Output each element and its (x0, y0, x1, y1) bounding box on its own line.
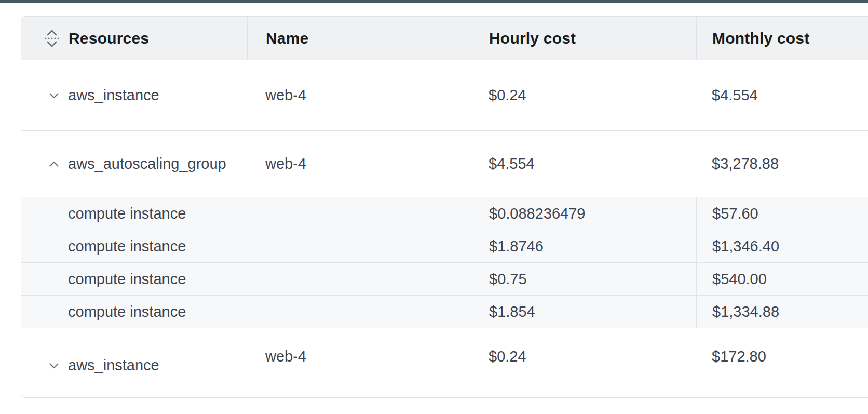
resource-type-label: aws_autoscaling_group (68, 155, 226, 172)
expand-row-button[interactable] (46, 357, 62, 374)
cost-component-row: compute instance $0.75 $540.00 (21, 262, 868, 295)
table-header-row: Resources Name Hourly cost Monthly cost (21, 17, 868, 60)
expand-row-button[interactable] (46, 87, 62, 104)
name-cell: web-4 (247, 155, 472, 172)
column-header-resources[interactable]: Resources (21, 17, 247, 60)
name-cell: web-4 (247, 348, 472, 365)
monthly-cost-cell: $1,334.88 (696, 296, 868, 328)
monthly-cost-cell: $4.554 (696, 87, 868, 104)
column-header-name: Name (247, 17, 472, 60)
hourly-cost-cell: $4.554 (472, 155, 696, 172)
cost-component-row: compute instance $0.088236479 $57.60 (21, 197, 868, 230)
column-header-label: Hourly cost (489, 30, 576, 47)
table-row-aws-instance[interactable]: aws_instance web-4 $0.24 $172.80 (21, 328, 868, 397)
column-header-label: Monthly cost (712, 30, 809, 47)
cost-component-label: compute instance (21, 197, 472, 230)
name-cell: web-4 (247, 87, 472, 104)
hourly-cost-cell: $0.088236479 (472, 197, 696, 230)
column-header-label: Name (266, 30, 309, 47)
hourly-cost-cell: $1.8746 (472, 230, 696, 262)
hourly-cost-cell: $1.854 (472, 296, 696, 328)
hourly-cost-cell: $0.24 (472, 87, 696, 104)
resource-cell: aws_autoscaling_group (21, 155, 247, 172)
column-header-monthly-cost: Monthly cost (696, 17, 868, 60)
sort-reorder-icon[interactable] (43, 27, 61, 50)
resource-cell: aws_instance (21, 357, 247, 374)
cost-component-row: compute instance $1.8746 $1,346.40 (21, 230, 868, 262)
resource-cell: aws_instance (21, 87, 247, 104)
chevron-down-icon (46, 87, 62, 104)
column-header-label: Resources (69, 30, 149, 47)
chevron-down-icon (46, 357, 62, 374)
table-row-aws-instance[interactable]: aws_instance web-4 $0.24 $4.554 (21, 60, 868, 131)
monthly-cost-cell: $172.80 (696, 348, 868, 365)
column-header-hourly-cost: Hourly cost (472, 17, 696, 60)
monthly-cost-cell: $3,278.88 (696, 155, 868, 172)
monthly-cost-cell: $1,346.40 (696, 230, 868, 262)
monthly-cost-cell: $540.00 (696, 263, 868, 295)
resource-type-label: aws_instance (68, 357, 159, 374)
cost-component-label: compute instance (21, 230, 472, 262)
resource-type-label: aws_instance (68, 87, 159, 104)
top-accent-bar (0, 0, 868, 3)
cost-component-row: compute instance $1.854 $1,334.88 (21, 295, 868, 328)
hourly-cost-cell: $0.75 (472, 263, 696, 295)
collapse-row-button[interactable] (46, 156, 62, 172)
table-row-aws-autoscaling-group[interactable]: aws_autoscaling_group web-4 $4.554 $3,27… (21, 131, 868, 197)
resource-cost-table: Resources Name Hourly cost Monthly cost … (21, 16, 868, 398)
cost-component-group: compute instance $0.088236479 $57.60 com… (21, 197, 868, 328)
monthly-cost-cell: $57.60 (696, 197, 868, 230)
cost-component-label: compute instance (21, 296, 472, 328)
cost-component-label: compute instance (21, 263, 472, 295)
hourly-cost-cell: $0.24 (472, 348, 696, 365)
chevron-up-icon (46, 156, 62, 172)
